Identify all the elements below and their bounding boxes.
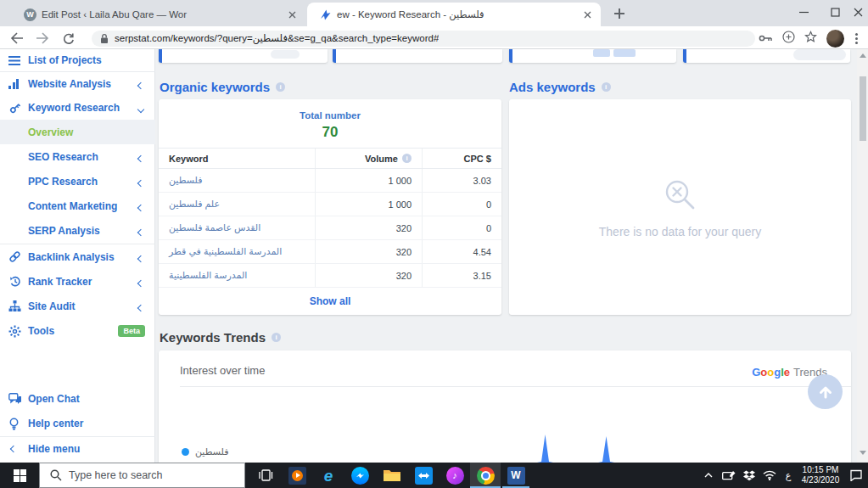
ads-keywords-heading: Ads keywords: [509, 80, 611, 94]
sidebar-item-hide-menu[interactable]: Hide menu: [0, 437, 155, 461]
sidebar-item-rank-tracker[interactable]: Rank Tracker: [0, 269, 155, 294]
cpc-value: 0: [486, 199, 491, 210]
sidebar-item-website-analysis[interactable]: Website Analysis: [0, 71, 155, 96]
sidebar-item-serp-analysis[interactable]: SERP Analysis: [0, 218, 155, 243]
tray-action-center[interactable]: [844, 463, 868, 488]
browser-tab-strip: W Edit Post ‹ Laila Abu Qare — Wor ew - …: [0, 0, 868, 26]
sidebar-item-ppc-research[interactable]: PPC Research: [0, 169, 155, 194]
scroll-to-top-button[interactable]: [808, 374, 843, 409]
sidebar-item-keyword-research[interactable]: Keyword Research: [0, 96, 155, 120]
sidebar-item-label: Site Audit: [28, 300, 76, 312]
sitemap-icon: [8, 300, 28, 312]
url-bar[interactable]: serpstat.com/keywords/?query=فلسطين&se=g…: [92, 31, 755, 47]
column-header-volume: Volume: [316, 149, 423, 168]
keyword-link[interactable]: القدس عاصمة فلسطين: [169, 222, 260, 233]
bookmark-star-icon[interactable]: [804, 31, 817, 47]
tray-touch-keyboard[interactable]: [719, 463, 739, 488]
info-icon[interactable]: [602, 82, 611, 92]
keyword-link[interactable]: المدرسة الفلسطينية في قطر: [169, 246, 282, 257]
trend-spikes: [159, 351, 851, 463]
sidebar-item-list-of-projects[interactable]: List of Projects: [0, 49, 155, 71]
column-header-keyword: Keyword: [159, 149, 316, 168]
sidebar-item-overview[interactable]: Overview: [0, 120, 155, 144]
tray-language-indicator[interactable]: ع: [780, 463, 797, 488]
padlock-icon: [100, 33, 109, 44]
sidebar-item-content-marketing[interactable]: Content Marketing: [0, 194, 155, 218]
sidebar-item-label: Rank Tracker: [28, 276, 92, 288]
table-row: المدرسة الفلسطينية في قطر 320 4.54: [159, 240, 501, 264]
tab-close-icon[interactable]: [285, 8, 299, 21]
new-tab-button[interactable]: [613, 7, 626, 20]
keyword-link[interactable]: علم فلسطين: [169, 199, 220, 210]
taskbar-app-word-active[interactable]: W: [501, 463, 531, 488]
table-row: علم فلسطين 1 000 0: [159, 193, 501, 216]
tab-title: Edit Post ‹ Laila Abu Qare — Wor: [42, 9, 280, 20]
window-close-button[interactable]: [848, 0, 868, 24]
metric-card-cutoff: [333, 49, 502, 63]
dropbox-icon: [743, 470, 755, 481]
task-view-button[interactable]: [249, 463, 282, 488]
beta-badge: Beta: [118, 325, 145, 337]
info-icon[interactable]: [402, 154, 412, 163]
tab-wordpress[interactable]: W Edit Post ‹ Laila Abu Qare — Wor: [12, 3, 305, 26]
windows-logo-icon: [14, 469, 26, 482]
taskbar-app-internet-explorer[interactable]: e: [312, 463, 344, 488]
sidebar-item-label: Hide menu: [28, 443, 80, 455]
show-all-link[interactable]: Show all: [159, 288, 501, 315]
chevron-left-icon: [137, 204, 144, 210]
taskbar-app-teamviewer[interactable]: [407, 463, 440, 488]
sidebar-item-backlink-analysis[interactable]: Backlink Analysis: [0, 244, 155, 269]
back-button-icon[interactable]: [8, 30, 25, 47]
password-key-icon[interactable]: [759, 31, 773, 46]
keywords-trends-heading: Keywords Trends: [160, 330, 281, 345]
profile-avatar[interactable]: [826, 30, 844, 48]
info-icon[interactable]: [276, 82, 285, 92]
taskbar-app-chrome-active[interactable]: [470, 463, 501, 488]
taskbar-search-box[interactable]: Type here to search: [39, 463, 245, 488]
info-icon[interactable]: [272, 333, 281, 342]
tab-close-icon[interactable]: [580, 8, 594, 21]
page-scrollbar[interactable]: [857, 49, 868, 463]
sidebar-item-open-chat[interactable]: Open Chat: [0, 387, 155, 411]
taskbar-app-file-explorer[interactable]: [376, 463, 408, 488]
keyword-link[interactable]: المدرسة الفلسطينية: [169, 270, 247, 281]
tab-serpstat[interactable]: ew - Keyword Research - فلسطين: [307, 3, 601, 26]
sidebar-item-label: List of Projects: [28, 54, 102, 66]
taskbar-app-films-tv[interactable]: [281, 463, 313, 488]
gear-icon: [8, 325, 28, 338]
sidebar-item-label: Open Chat: [28, 393, 80, 405]
taskbar-app-messenger[interactable]: [344, 463, 376, 488]
tray-clock[interactable]: 10:15 PM 4/23/2020: [797, 463, 844, 488]
tray-wifi[interactable]: [759, 463, 780, 488]
metric-card-cutoff: [683, 49, 850, 63]
scrollbar-up-arrow[interactable]: [860, 53, 866, 58]
browser-menu-icon[interactable]: [855, 37, 858, 40]
sidebar-item-label: SEO Research: [0, 151, 98, 163]
table-row: المدرسة الفلسطينية 320 3.15: [159, 264, 501, 288]
file-explorer-icon: [383, 468, 401, 483]
url-text: serpstat.com/keywords/?query=فلسطين&se=g…: [115, 32, 439, 44]
scrollbar-thumb[interactable]: [860, 76, 866, 141]
cpc-value: 0: [486, 223, 491, 233]
sidebar: List of Projects Website Analysis Keywor…: [0, 49, 155, 463]
sidebar-item-help-center[interactable]: Help center: [0, 412, 155, 435]
start-button[interactable]: [0, 463, 39, 488]
magnifier-no-data-icon: [663, 177, 698, 213]
sidebar-item-seo-research[interactable]: SEO Research: [0, 144, 155, 169]
taskbar-app-itunes[interactable]: ♪: [439, 463, 471, 488]
tray-dropbox[interactable]: [739, 463, 759, 488]
scrollbar-down-arrow[interactable]: [860, 451, 866, 455]
plus-circle-icon[interactable]: [782, 31, 795, 47]
sidebar-item-label: SERP Analysis: [0, 225, 100, 237]
key-icon: [8, 102, 28, 115]
sidebar-item-tools[interactable]: Tools Beta: [0, 318, 155, 344]
chevron-left-icon: [137, 304, 144, 311]
refresh-button-icon[interactable]: [59, 30, 76, 47]
empty-state: There is no data for your query: [509, 177, 851, 238]
sidebar-item-site-audit[interactable]: Site Audit: [0, 294, 155, 318]
tray-date: 4/23/2020: [802, 475, 840, 485]
chevron-down-icon: [137, 106, 144, 113]
keyword-link[interactable]: فلسطين: [169, 175, 202, 186]
tray-show-hidden-icons[interactable]: [699, 463, 718, 488]
forward-button-icon[interactable]: [34, 30, 51, 47]
